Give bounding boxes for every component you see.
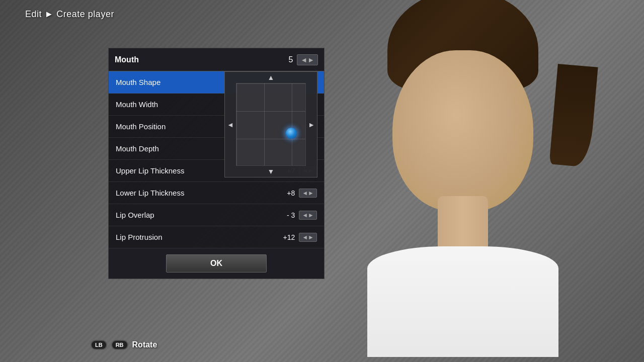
lip-protrusion-value: +12: [283, 233, 295, 241]
lower-lip-arrow[interactable]: ◄►: [299, 189, 317, 198]
menu-row-lip-protrusion[interactable]: Lip Protrusion +12 ◄►: [109, 226, 324, 248]
grid-left-arrow[interactable]: ◄: [225, 121, 236, 129]
breadcrumb: Edit ► Create player: [25, 9, 114, 20]
grid-dot: [286, 128, 297, 139]
panel-header: Mouth 5 ◄►: [109, 48, 324, 71]
grid-right-arrow[interactable]: ►: [306, 121, 317, 129]
char-shirt: [367, 246, 558, 357]
char-head: [392, 50, 533, 211]
grid-row: ◄ ►: [225, 83, 317, 166]
grid-up-arrow[interactable]: ▲: [225, 72, 317, 83]
mouth-shape-grid: ▲ ◄ ► ▼: [224, 71, 317, 177]
lb-badge: LB: [91, 340, 107, 350]
char-hair-side: [549, 64, 598, 167]
grid-down-arrow[interactable]: ▼: [225, 166, 317, 177]
lip-protrusion-arrow[interactable]: ◄►: [299, 233, 317, 242]
menu-rows: Mouth Shape ▲ ◄ ► ▼ Mouth Width Mouth Po…: [109, 71, 324, 248]
grid-canvas[interactable]: [236, 83, 306, 166]
lip-overlap-arrow[interactable]: ◄►: [299, 211, 317, 220]
menu-row-lower-lip[interactable]: Lower Lip Thickness +8 ◄►: [109, 182, 324, 204]
ok-row: OK: [109, 248, 324, 279]
rotate-hint: LB RB Rotate: [91, 340, 157, 350]
menu-panel: Mouth 5 ◄► Mouth Shape ▲ ◄ ► ▼ Mouth Wid…: [108, 48, 325, 279]
rotate-label: Rotate: [132, 340, 157, 349]
rb-badge: RB: [111, 340, 128, 350]
lip-protrusion-label: Lip Protrusion: [116, 233, 283, 241]
panel-header-value: 5: [288, 55, 293, 64]
ok-button[interactable]: OK: [166, 254, 267, 273]
header-arrow-btn[interactable]: ◄►: [297, 54, 318, 65]
lip-overlap-label: Lip Overlap: [116, 211, 287, 219]
menu-row-lip-overlap[interactable]: Lip Overlap - 3 ◄►: [109, 204, 324, 226]
lip-overlap-value: - 3: [287, 211, 295, 219]
lower-lip-label: Lower Lip Thickness: [116, 189, 287, 197]
panel-header-label: Mouth: [115, 55, 288, 64]
lower-lip-value: +8: [287, 189, 295, 197]
